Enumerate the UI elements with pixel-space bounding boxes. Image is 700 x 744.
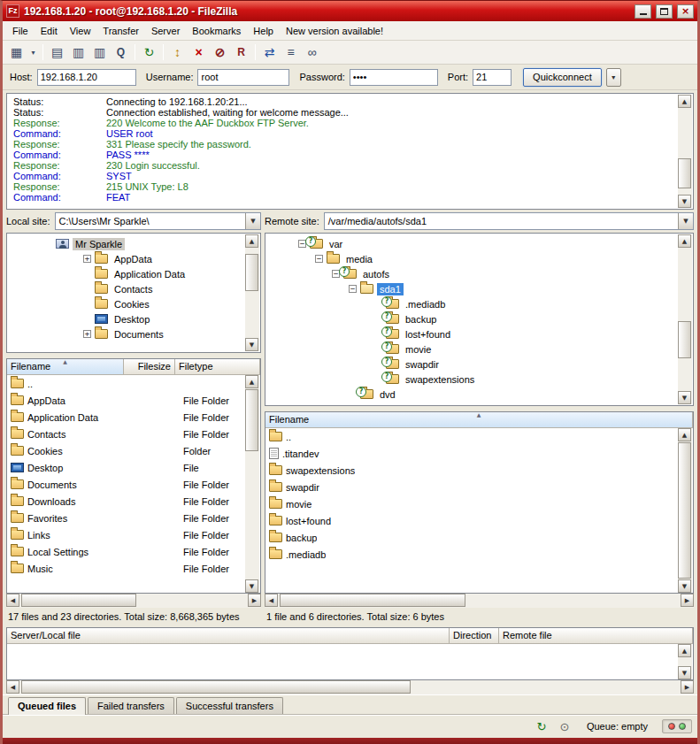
tree-item[interactable]: Documents [8, 326, 244, 341]
column-header-filename[interactable]: Filename [7, 359, 124, 375]
recursive-operation-icon[interactable]: ↻ [534, 719, 550, 733]
file-row[interactable]: swapdir [265, 479, 677, 495]
quickconnect-button[interactable]: Quickconnect [523, 68, 602, 87]
maximize-button[interactable] [656, 4, 673, 19]
column-header-server-local-file[interactable]: Server/Local file [7, 628, 450, 644]
scrollbar-thumb[interactable] [245, 389, 258, 451]
scroll-left-icon[interactable] [6, 594, 19, 607]
local-tree-vertical-scrollbar[interactable] [245, 234, 259, 351]
column-header-filename[interactable]: Filename [265, 412, 693, 428]
scroll-up-icon[interactable] [245, 234, 258, 248]
remote-list-horizontal-scrollbar[interactable] [265, 594, 694, 608]
host-input[interactable] [37, 69, 136, 86]
menu-bookmarks[interactable]: Bookmarks [186, 23, 247, 39]
expander-minus-icon[interactable] [315, 255, 323, 263]
file-row[interactable]: swapextensions [265, 462, 677, 479]
tree-item[interactable]: lost+found [266, 326, 677, 341]
tab-queued-files[interactable]: Queued files [8, 697, 86, 715]
queue-vertical-scrollbar[interactable] [678, 644, 692, 679]
tree-item[interactable]: media [266, 251, 677, 266]
scroll-down-icon[interactable] [678, 579, 691, 593]
synchronized-browsing-button[interactable]: ≡ [281, 42, 301, 62]
file-row[interactable]: FavoritesFile Folder [7, 510, 244, 526]
tree-item[interactable]: Mr Sparkle [8, 236, 244, 251]
file-row[interactable]: .titandev [265, 445, 677, 462]
scroll-up-icon[interactable] [678, 95, 691, 108]
tab-successful-transfers[interactable]: Successful transfers [176, 697, 283, 714]
tree-item[interactable]: Desktop [8, 311, 244, 326]
scrollbar-thumb[interactable] [678, 321, 691, 358]
scroll-up-icon[interactable] [245, 375, 258, 388]
file-row[interactable]: lost+found [265, 512, 677, 529]
new-version-notice[interactable]: New version available! [280, 23, 389, 39]
tree-item[interactable]: Cookies [8, 296, 244, 311]
tab-failed-transfers[interactable]: Failed transfers [88, 697, 174, 714]
menu-transfer[interactable]: Transfer [96, 23, 145, 39]
scrollbar-thumb[interactable] [280, 594, 465, 607]
scroll-down-icon[interactable] [678, 391, 691, 404]
expander-plus-icon[interactable] [83, 255, 91, 263]
scroll-down-icon[interactable] [245, 579, 258, 593]
chevron-down-icon[interactable] [678, 213, 693, 229]
tree-item[interactable]: Application Data [8, 266, 244, 281]
menu-server[interactable]: Server [145, 23, 186, 39]
column-header-direction[interactable]: Direction [450, 628, 499, 644]
close-button[interactable]: × [677, 4, 694, 19]
scroll-up-icon[interactable] [678, 234, 691, 248]
scroll-right-icon[interactable] [248, 594, 261, 607]
process-queue-button[interactable]: ↕ [167, 42, 188, 62]
menu-help[interactable]: Help [247, 23, 280, 39]
tree-item[interactable]: sda1 [266, 281, 677, 296]
speed-limits-icon[interactable]: ⊙ [557, 719, 573, 733]
file-row[interactable]: .. [7, 375, 244, 392]
column-header-filesize[interactable]: Filesize [124, 359, 175, 375]
scroll-down-icon[interactable] [678, 666, 691, 679]
tree-item[interactable]: AppData [8, 251, 244, 266]
file-row[interactable]: .. [265, 428, 677, 445]
file-row[interactable]: movie [265, 495, 677, 512]
file-row[interactable]: backup [265, 529, 677, 546]
minimize-button[interactable] [635, 4, 651, 19]
local-site-combobox[interactable]: C:\Users\Mr Sparkle\ [55, 212, 261, 230]
scroll-left-icon[interactable] [6, 680, 19, 694]
compare-directories-button[interactable]: ⇄ [259, 42, 280, 62]
file-row[interactable]: CookiesFolder [7, 442, 244, 459]
tree-item[interactable]: backup [266, 311, 677, 326]
refresh-button[interactable]: ↻ [139, 42, 159, 62]
site-manager-button[interactable]: ▦ [6, 42, 27, 62]
toggle-remote-tree-button[interactable]: ▥ [89, 42, 110, 62]
file-row[interactable]: Local SettingsFile Folder [7, 543, 244, 560]
local-list-vertical-scrollbar[interactable] [245, 375, 259, 593]
site-manager-dropdown[interactable]: ▾ [27, 42, 39, 62]
file-row[interactable]: LinksFile Folder [7, 526, 244, 543]
local-list-horizontal-scrollbar[interactable] [6, 594, 261, 608]
toggle-local-tree-button[interactable]: ▥ [68, 42, 88, 62]
tree-item[interactable]: swapdir [266, 357, 677, 372]
scroll-down-icon[interactable] [245, 338, 258, 351]
chevron-down-icon[interactable] [245, 213, 260, 229]
scrollbar-thumb[interactable] [21, 594, 136, 607]
reconnect-button[interactable]: R [231, 42, 251, 62]
column-header-filetype[interactable]: Filetype [175, 359, 260, 375]
file-row[interactable]: .mediadb [265, 546, 677, 563]
scroll-left-icon[interactable] [265, 594, 278, 607]
queue-horizontal-scrollbar[interactable] [6, 680, 694, 694]
scroll-down-icon[interactable] [678, 195, 691, 208]
menu-edit[interactable]: Edit [35, 23, 64, 39]
remote-tree-vertical-scrollbar[interactable] [678, 234, 692, 404]
port-input[interactable] [473, 69, 512, 86]
find-files-button[interactable]: ∞ [302, 42, 322, 62]
tree-item[interactable]: dvd [266, 387, 677, 402]
file-row[interactable]: ContactsFile Folder [7, 426, 244, 442]
quickconnect-dropdown[interactable]: ▼ [606, 68, 621, 87]
scrollbar-thumb[interactable] [678, 158, 691, 188]
username-input[interactable] [197, 69, 289, 86]
remote-list-vertical-scrollbar[interactable] [678, 428, 692, 593]
scrollbar-thumb[interactable] [21, 680, 411, 694]
scrollbar-thumb[interactable] [678, 442, 691, 579]
scroll-up-icon[interactable] [678, 428, 691, 441]
scrollbar-thumb[interactable] [245, 254, 258, 291]
expander-plus-icon[interactable] [83, 330, 91, 338]
scroll-right-icon[interactable] [681, 594, 694, 607]
file-row[interactable]: DocumentsFile Folder [7, 476, 244, 493]
